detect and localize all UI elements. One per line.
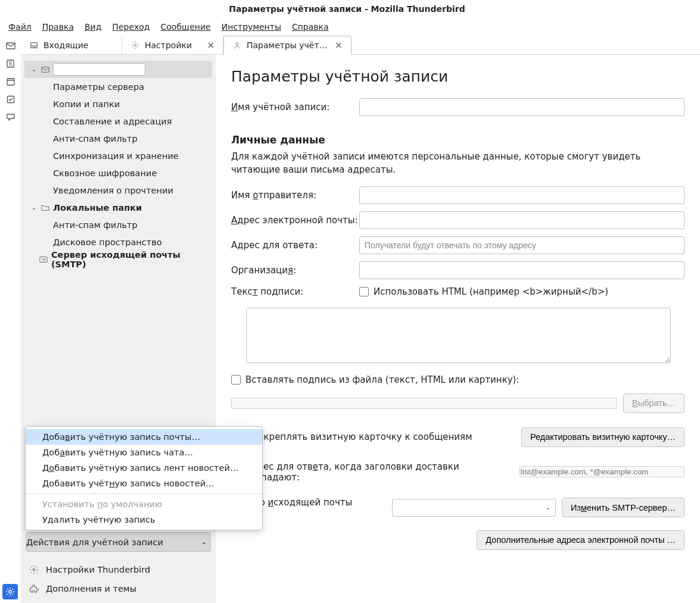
outgoing-icon xyxy=(39,255,49,264)
tree-item-composition[interactable]: Составление и адресация xyxy=(24,113,212,130)
menu-separator xyxy=(26,493,262,494)
addons-themes-link[interactable]: Дополнения и темы xyxy=(26,579,211,598)
calendar-icon[interactable] xyxy=(5,76,16,87)
tree-item-receipts[interactable]: Уведомления о прочтении xyxy=(24,182,212,199)
svg-point-7 xyxy=(236,43,238,45)
account-actions-label: Действия для учётной записи xyxy=(26,538,163,547)
sender-name-input[interactable] xyxy=(359,186,685,204)
addressbook-icon[interactable] xyxy=(5,58,16,69)
account-actions-menu: Добавить учётную запись почты… Добавить … xyxy=(25,426,263,530)
tab-settings[interactable]: Настройки × xyxy=(122,36,223,54)
spaces-toolbar xyxy=(0,36,21,603)
svg-point-6 xyxy=(134,44,136,46)
tab-account-settings[interactable]: Параметры учётной з × xyxy=(223,36,351,55)
use-html-checkbox[interactable] xyxy=(359,287,369,296)
menu-set-default: Установить по умолчанию xyxy=(26,496,262,512)
tasks-icon[interactable] xyxy=(5,94,16,105)
use-html-label: Использовать HTML (например <b>жирный</b… xyxy=(374,286,608,297)
mail-icon[interactable] xyxy=(5,40,16,51)
chevron-down-icon: ⌄ xyxy=(546,504,550,511)
menu-help[interactable]: Справка xyxy=(287,20,334,34)
edit-smtp-button[interactable]: Изменить SMTP-сервер… xyxy=(562,498,685,517)
puzzle-icon xyxy=(29,584,40,593)
tree-smtp[interactable]: Сервер исходящей почты (SMTP) xyxy=(24,251,212,268)
svg-rect-0 xyxy=(7,43,15,49)
menu-message[interactable]: Сообщение xyxy=(156,20,216,34)
choose-file-button: Выбрать… xyxy=(623,393,685,413)
close-icon[interactable]: × xyxy=(207,40,214,51)
tree-item-sync[interactable]: Синхронизация и хранение xyxy=(24,147,212,164)
edit-vcard-button[interactable]: Редактировать визитную карточку… xyxy=(521,427,685,447)
window-title: Параметры учётной записи - Mozilla Thund… xyxy=(229,4,465,14)
email-input[interactable] xyxy=(359,211,685,229)
svg-rect-3 xyxy=(7,79,14,85)
tab-label: Параметры учётной з xyxy=(247,40,330,50)
attach-sig-file-label: Вставлять подпись из файла (текст, HTML … xyxy=(245,374,519,385)
tab-label: Настройки xyxy=(145,40,192,50)
account-icon xyxy=(232,40,242,50)
personal-section-heading: Личные данные xyxy=(231,134,685,146)
chevron-down-icon[interactable]: ⌄ xyxy=(30,204,38,211)
tree-item-e2e[interactable]: Сквозное шифрование xyxy=(24,164,212,182)
tabstrip: Входящие Настройки × Параметры учётной з… xyxy=(21,36,700,55)
page-title: Параметры учётной записи xyxy=(231,68,685,85)
menu-add-mail-account[interactable]: Добавить учётную запись почты… xyxy=(26,429,262,445)
org-label: Организация: xyxy=(231,265,359,276)
svg-rect-8 xyxy=(42,67,49,72)
chat-icon[interactable] xyxy=(5,112,16,123)
tab-label: Входящие xyxy=(43,40,88,50)
chevron-down-icon: ⌄ xyxy=(201,538,207,546)
settings-badge-icon[interactable] xyxy=(2,584,18,599)
tree-item-disk[interactable]: Дисковое пространство xyxy=(24,233,212,251)
reply-to-label: Адрес для ответа: xyxy=(231,240,359,251)
gear-icon xyxy=(29,565,40,574)
menubar: Файл Правка Вид Переход Сообщение Инстру… xyxy=(0,18,700,36)
chevron-down-icon[interactable]: ⌄ xyxy=(30,66,38,73)
tree-item-junk[interactable]: Анти-спам фильтр xyxy=(24,130,212,147)
tree-account-root[interactable]: ⌄ xyxy=(24,61,212,78)
folder-icon xyxy=(40,204,51,212)
svg-point-5 xyxy=(9,590,11,593)
thunderbird-settings-link[interactable]: Настройки Thunderbird xyxy=(26,560,211,579)
menu-delete-account[interactable]: Удалить учётную запись xyxy=(26,512,262,527)
account-settings-pane: Параметры учётной записи Имя учётной зап… xyxy=(216,55,700,603)
inbox-icon xyxy=(29,40,39,50)
sig-file-path-input xyxy=(231,398,617,409)
more-emails-button[interactable]: Дополнительные адреса электронной почты … xyxy=(477,530,685,550)
mail-account-icon xyxy=(40,65,51,74)
menu-add-feed-account[interactable]: Добавить учётную запись лент новостей… xyxy=(26,460,262,476)
attach-sig-file-checkbox[interactable] xyxy=(231,375,241,385)
svg-point-2 xyxy=(9,62,11,64)
tree-local-folders[interactable]: ⌄ Локальные папки xyxy=(24,199,212,216)
reply-header-input xyxy=(519,466,685,477)
menu-edit[interactable]: Правка xyxy=(38,20,79,34)
account-name-input[interactable] xyxy=(359,98,685,116)
email-label: Адрес электронной почты: xyxy=(231,215,359,226)
gear-icon xyxy=(130,40,140,50)
account-name-label: Имя учётной записи: xyxy=(231,102,359,113)
smtp-select[interactable]: ⌄ xyxy=(392,499,556,517)
org-input[interactable] xyxy=(359,261,685,279)
signature-textarea[interactable] xyxy=(246,308,671,363)
personal-desc: Для каждой учётной записи имеются персон… xyxy=(231,151,685,177)
tree-item-copies[interactable]: Копии и папки xyxy=(24,95,212,113)
account-name-edit[interactable] xyxy=(53,63,145,76)
menu-view[interactable]: Вид xyxy=(80,20,106,34)
menu-file[interactable]: Файл xyxy=(4,20,36,34)
close-icon[interactable]: × xyxy=(335,40,343,51)
tree-item-local-junk[interactable]: Анти-спам фильтр xyxy=(24,216,212,233)
reply-header-label: Адрес для ответа, когда заголовки достав… xyxy=(245,461,514,483)
reply-to-input[interactable] xyxy=(359,236,685,254)
window-titlebar: Параметры учётной записи - Mozilla Thund… xyxy=(0,0,700,18)
sender-name-label: Имя отправителя: xyxy=(231,190,359,201)
svg-point-10 xyxy=(33,568,35,571)
menu-go[interactable]: Переход xyxy=(107,20,154,34)
account-actions-button[interactable]: Действия для учётной записи ⌄ xyxy=(26,532,211,552)
sig-text-label: Текст подписи: xyxy=(231,286,359,297)
tab-inbox[interactable]: Входящие xyxy=(21,36,122,54)
menu-add-chat-account[interactable]: Добавить учётную запись чата… xyxy=(26,445,262,460)
menu-add-news-account[interactable]: Добавить учётную запись новостей… xyxy=(26,476,262,491)
tree-item-server[interactable]: Параметры сервера xyxy=(24,78,212,95)
attach-vcard-label: Прикреплять визитную карточку к сообщени… xyxy=(245,432,472,442)
menu-tools[interactable]: Инструменты xyxy=(217,20,286,34)
